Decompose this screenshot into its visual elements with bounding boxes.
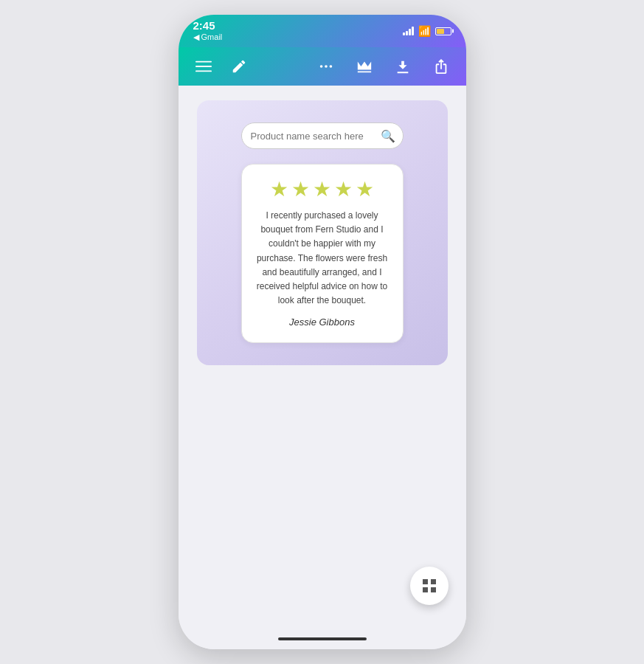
- status-bar: 2:45 ◀ Gmail 📶: [179, 15, 466, 47]
- star-3: ★: [313, 179, 331, 200]
- search-icon[interactable]: 🔍: [381, 129, 395, 143]
- star-2: ★: [291, 179, 310, 200]
- stars-row: ★ ★ ★ ★ ★: [270, 179, 374, 200]
- reviewer-name: Jessie Gibbons: [289, 317, 355, 328]
- svg-rect-2: [195, 71, 212, 72]
- search-input[interactable]: [251, 131, 375, 142]
- canvas-card: 🔍 ★ ★ ★ ★ ★ I recently purchased a lovel…: [197, 100, 448, 365]
- toolbar-right: [313, 53, 454, 80]
- grid-icon: [420, 577, 438, 595]
- toolbar: [179, 47, 466, 86]
- fab-button[interactable]: [410, 567, 449, 605]
- share-icon: [433, 58, 449, 75]
- phone-frame: 2:45 ◀ Gmail 📶: [179, 15, 466, 649]
- svg-point-5: [329, 65, 332, 68]
- crown-button[interactable]: [351, 53, 378, 80]
- more-icon: [318, 58, 334, 75]
- review-card: ★ ★ ★ ★ ★ I recently purchased a lovely …: [241, 164, 404, 343]
- edit-icon: [231, 58, 247, 75]
- svg-point-4: [325, 65, 328, 68]
- main-content: 🔍 ★ ★ ★ ★ ★ I recently purchased a lovel…: [179, 86, 466, 649]
- svg-rect-0: [195, 61, 212, 63]
- home-indicator: [278, 637, 367, 640]
- star-5: ★: [356, 179, 374, 200]
- menu-button[interactable]: [190, 53, 217, 80]
- status-right: 📶: [403, 25, 451, 37]
- status-left: 2:45 ◀ Gmail: [193, 20, 223, 42]
- share-button[interactable]: [428, 53, 454, 80]
- star-1: ★: [270, 179, 288, 200]
- status-time: 2:45: [193, 20, 223, 32]
- download-icon: [395, 58, 411, 75]
- search-bar[interactable]: 🔍: [241, 122, 404, 149]
- star-4: ★: [334, 179, 353, 200]
- edit-button[interactable]: [226, 53, 252, 80]
- svg-point-3: [319, 65, 322, 68]
- menu-icon: [195, 58, 212, 75]
- toolbar-left: [190, 53, 252, 80]
- battery-icon: [435, 27, 451, 35]
- signal-icon: [403, 27, 414, 35]
- wifi-icon: 📶: [418, 25, 431, 37]
- download-button[interactable]: [389, 53, 416, 80]
- more-button[interactable]: [313, 53, 339, 80]
- status-gmail[interactable]: ◀ Gmail: [193, 32, 223, 42]
- svg-rect-1: [195, 66, 212, 67]
- review-text: I recently purchased a lovely bouquet fr…: [254, 209, 391, 308]
- crown-icon: [356, 58, 373, 75]
